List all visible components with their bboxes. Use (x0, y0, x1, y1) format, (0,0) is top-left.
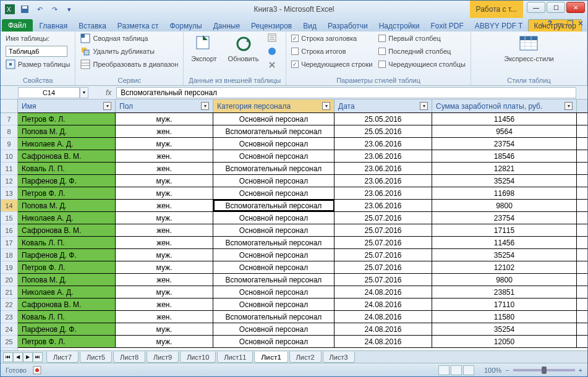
zoom-out-icon[interactable]: − (505, 366, 509, 374)
column-header[interactable]: Сумма заработной платы, руб.▾ (432, 100, 577, 112)
cell[interactable]: Сафронова В. М. (18, 299, 116, 310)
nav-next-icon[interactable]: ▶ (23, 352, 33, 362)
cell[interactable]: жен. (116, 311, 213, 323)
cell[interactable]: Основной персонал (213, 323, 334, 335)
ribbon-tab[interactable]: Разработчи (322, 19, 373, 32)
cell[interactable]: Николаев А. Д. (18, 212, 116, 224)
ribbon-tab[interactable]: Формулы (164, 19, 208, 32)
cell[interactable]: Основной персонал (213, 224, 334, 236)
row-header[interactable]: 14 (1, 200, 17, 212)
cell[interactable]: 23754 (432, 138, 577, 150)
cell[interactable]: муж. (116, 323, 213, 335)
cell[interactable]: 11456 (432, 113, 577, 125)
cell[interactable]: Основной персонал (213, 336, 334, 347)
ribbon-tab[interactable]: Вставка (73, 19, 112, 32)
column-header[interactable]: Пол▾ (116, 100, 213, 112)
cell[interactable]: 24.08.2016 (334, 323, 432, 335)
cell[interactable]: Основной персонал (213, 286, 334, 298)
minimize-ribbon-icon[interactable]: ▵ (540, 19, 544, 28)
filter-dropdown-icon[interactable]: ▾ (565, 102, 573, 110)
filter-dropdown-icon[interactable]: ▾ (201, 102, 209, 110)
cell[interactable]: муж. (116, 286, 213, 298)
cell[interactable]: 25.05.2016 (334, 113, 432, 125)
refresh-button[interactable]: Обновить (226, 33, 262, 64)
first-col-check[interactable]: Первый столбец (378, 33, 466, 44)
file-tab[interactable]: Файл (2, 19, 33, 32)
cell[interactable]: жен. (116, 299, 213, 310)
cell[interactable]: Коваль Л. П. (18, 311, 116, 323)
nav-prev-icon[interactable]: ◀ (13, 352, 23, 362)
cell[interactable]: Вспомогательный персонал (213, 311, 334, 323)
row-header[interactable]: 11 (1, 163, 17, 175)
cell[interactable]: Сафронова В. М. (18, 150, 116, 162)
cell[interactable]: муж. (116, 212, 213, 224)
cell[interactable]: муж. (116, 113, 213, 125)
name-box[interactable]: C14 (18, 87, 80, 98)
zoom-thumb[interactable] (542, 366, 547, 374)
cell[interactable]: Основной персонал (213, 150, 334, 162)
cell[interactable]: муж. (116, 261, 213, 273)
sheet-tab[interactable]: Лист3 (323, 352, 355, 363)
pivot-table-button[interactable]: Сводная таблица (80, 33, 178, 44)
row-header[interactable]: 17 (1, 237, 17, 249)
cell[interactable]: Вспомогательный персонал (213, 125, 334, 137)
cell[interactable]: Вспомогательный персонал (213, 237, 334, 248)
row-header[interactable]: 22 (1, 299, 17, 311)
row-header[interactable]: 19 (1, 261, 17, 274)
maximize-button[interactable]: ☐ (547, 2, 565, 13)
cell[interactable]: Петров Ф. Л. (18, 261, 116, 273)
sheet-tab[interactable]: Лист5 (80, 352, 112, 363)
table-name-input[interactable] (6, 46, 67, 57)
row-header[interactable]: 8 (1, 125, 17, 138)
cell[interactable]: муж. (116, 187, 213, 199)
cell[interactable]: Коваль Л. П. (18, 163, 116, 174)
qat-dropdown-icon[interactable]: ▾ (62, 2, 76, 16)
row-header[interactable]: 9 (1, 138, 17, 150)
cell[interactable]: жен. (116, 163, 213, 174)
cell[interactable]: 11580 (432, 311, 577, 323)
cell[interactable]: Попова М. Д. (18, 274, 116, 286)
cell[interactable]: Попова М. Д. (18, 125, 116, 137)
express-styles-button[interactable]: Экспресс-стили (501, 33, 556, 64)
export-button[interactable]: Экспорт (189, 33, 219, 64)
row-header[interactable]: 18 (1, 249, 17, 261)
cell[interactable]: 23851 (432, 286, 577, 298)
cell[interactable]: жен. (116, 224, 213, 236)
browser-icon[interactable] (267, 46, 277, 56)
cell[interactable]: 25.07.2016 (334, 224, 432, 236)
undo-icon[interactable]: ↶ (33, 2, 46, 16)
banded-rows-check[interactable]: ✓Чередующиеся строки (291, 59, 372, 70)
row-header[interactable]: 21 (1, 286, 17, 299)
sheet-tab[interactable]: Лист1 (254, 352, 288, 363)
cell[interactable]: 25.07.2016 (334, 261, 432, 273)
cell[interactable]: Основной персонал (213, 175, 334, 187)
ribbon-tab[interactable]: Разметка ст (112, 19, 164, 32)
ribbon-tab[interactable]: Главная (34, 19, 74, 32)
ribbon-tab[interactable]: Надстройки (373, 19, 425, 32)
cell[interactable]: 18546 (432, 150, 577, 162)
name-box-dropdown[interactable]: ▾ (80, 87, 88, 98)
cell[interactable]: жен. (116, 274, 213, 286)
cell[interactable]: Николаев А. Д. (18, 286, 116, 298)
cell[interactable]: Парфенов Д. Ф. (18, 323, 116, 335)
zoom-in-icon[interactable]: + (579, 366, 582, 374)
cell[interactable]: Основной персонал (213, 299, 334, 310)
unlink-icon[interactable] (267, 60, 277, 70)
row-header[interactable]: 10 (1, 150, 17, 163)
cell[interactable]: Парфенов Д. Ф. (18, 249, 116, 261)
cell[interactable]: 9800 (432, 200, 577, 211)
workbook-close-icon[interactable]: ✕ (577, 19, 584, 28)
cell[interactable]: 17115 (432, 224, 577, 236)
cell[interactable]: жен. (116, 200, 213, 211)
cell[interactable]: Николаев А. Д. (18, 138, 116, 150)
cell[interactable]: 23.06.2016 (334, 150, 432, 162)
cell[interactable]: Основной персонал (213, 249, 334, 261)
cell[interactable]: 25.07.2016 (334, 249, 432, 261)
row-header[interactable]: 24 (1, 323, 17, 336)
cell[interactable]: Основной персонал (213, 261, 334, 273)
filter-dropdown-icon[interactable]: ▾ (103, 102, 111, 110)
column-header[interactable]: Имя▾ (18, 100, 116, 112)
cell[interactable]: Петров Ф. Л. (18, 336, 116, 347)
cell[interactable]: 23754 (432, 212, 577, 224)
cell[interactable]: Парфенов Д. Ф. (18, 175, 116, 187)
